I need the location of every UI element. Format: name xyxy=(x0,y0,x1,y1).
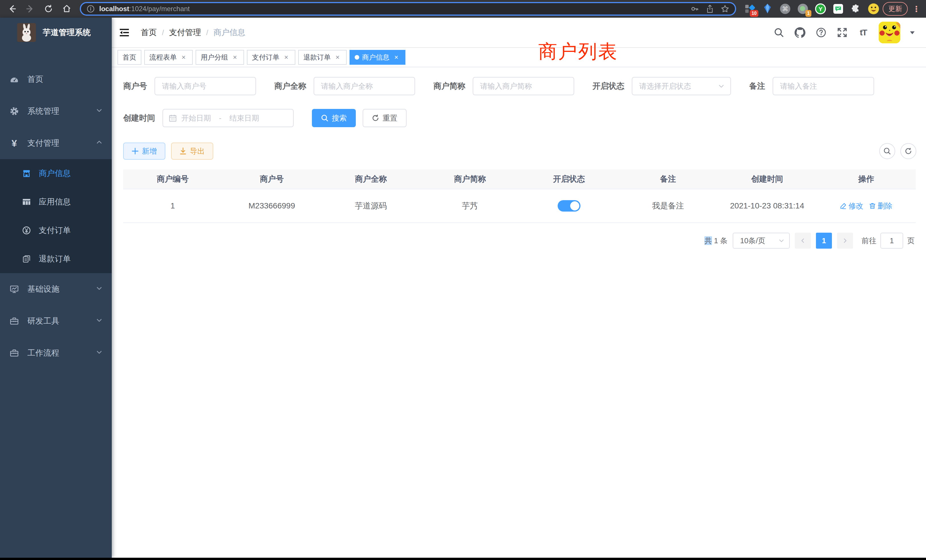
next-page-button[interactable] xyxy=(837,233,853,249)
close-icon[interactable]: × xyxy=(231,53,239,61)
page-number-1[interactable]: 1 xyxy=(816,233,832,249)
sidebar-item-workflow[interactable]: 工作流程 xyxy=(0,337,112,369)
caret-down-icon[interactable] xyxy=(906,27,918,38)
svg-text:⌘: ⌘ xyxy=(782,5,788,12)
toggle-search-button[interactable] xyxy=(879,143,895,159)
close-icon[interactable]: × xyxy=(392,53,400,61)
chevron-left-icon xyxy=(800,238,806,244)
cell-create-time: 2021-10-23 08:31:14 xyxy=(717,201,817,210)
user-avatar[interactable] xyxy=(879,22,900,43)
sidebar-item-dev-tools[interactable]: 研发工具 xyxy=(0,305,112,337)
close-icon[interactable]: × xyxy=(282,53,290,61)
sidebar-item-merchant-info[interactable]: 商户信息 xyxy=(0,159,112,188)
chevron-right-icon xyxy=(842,238,848,244)
tab-refund-order[interactable]: 退款订单× xyxy=(298,50,346,65)
sidebar-item-app-info[interactable]: 应用信息 xyxy=(0,188,112,216)
font-size-icon[interactable]: tT xyxy=(858,27,869,38)
create-time-range-picker[interactable]: 开始日期 - 结束日期 xyxy=(162,109,294,127)
cell-full-name: 芋道源码 xyxy=(321,200,421,211)
extension-tabs-icon[interactable]: 10 xyxy=(744,3,755,15)
annotation-title: 商户列表 xyxy=(538,39,618,64)
forward-icon[interactable] xyxy=(23,2,38,16)
browser-menu-icon[interactable]: ⋮ xyxy=(911,4,921,14)
sidebar-fold-icon[interactable] xyxy=(118,26,130,39)
chevron-down-icon xyxy=(96,107,103,116)
extension-status-icon[interactable]: 1 xyxy=(797,3,808,15)
sidebar-item-refund-order[interactable]: 退款订单 xyxy=(0,245,112,273)
documents-icon xyxy=(22,254,31,263)
sidebar-item-system[interactable]: 系统管理 xyxy=(0,95,112,127)
close-icon[interactable]: × xyxy=(180,53,188,61)
sidebar-item-home[interactable]: 首页 xyxy=(0,63,112,95)
goto-page-input[interactable] xyxy=(881,233,903,249)
extension-chat-icon[interactable] xyxy=(832,3,844,15)
briefcase-icon xyxy=(10,348,19,357)
merchant-name-input[interactable] xyxy=(313,77,415,95)
back-icon[interactable] xyxy=(5,2,20,16)
tab-user-group[interactable]: 用户分组× xyxy=(195,50,244,65)
bookmark-star-icon[interactable] xyxy=(721,5,729,13)
chevron-down-icon xyxy=(96,316,103,325)
merchant-no-input[interactable] xyxy=(154,77,256,95)
sidebar: 芋道管理系统 首页 系统管理 ¥ xyxy=(0,18,112,558)
profile-avatar-icon[interactable] xyxy=(868,3,879,15)
address-bar[interactable]: localhost:1024/pay/merchant xyxy=(80,2,736,16)
tab-pay-order[interactable]: 支付订单× xyxy=(247,50,295,65)
shop-icon xyxy=(22,169,31,178)
range-separator: - xyxy=(216,114,225,123)
gear-icon xyxy=(10,107,19,116)
extension-gem-icon[interactable] xyxy=(762,3,773,15)
refresh-icon xyxy=(904,147,912,155)
remark-input[interactable] xyxy=(773,77,874,95)
tab-merchant-info[interactable]: 商户信息× xyxy=(350,50,406,65)
fullscreen-icon[interactable] xyxy=(837,27,848,38)
home-icon[interactable] xyxy=(59,2,74,16)
extension-y-icon[interactable]: Y xyxy=(815,3,826,15)
page-size-select[interactable]: 10条/页 xyxy=(733,233,790,249)
table-row: 1 M233666999 芋道源码 芋艿 我是备注 2021-10-23 08:… xyxy=(123,189,916,222)
search-button[interactable]: 搜索 xyxy=(312,109,356,127)
trash-icon xyxy=(869,203,876,209)
merchant-short-input[interactable] xyxy=(473,77,574,95)
app-logo-row[interactable]: 芋道管理系统 xyxy=(0,18,112,47)
prev-page-button[interactable] xyxy=(795,233,811,249)
browser-update-button[interactable]: 更新 xyxy=(883,2,908,16)
sidebar-item-label: 支付订单 xyxy=(39,225,71,236)
search-icon xyxy=(321,114,328,122)
sidebar-item-label: 系统管理 xyxy=(27,106,59,117)
status-toggle[interactable] xyxy=(558,200,581,212)
export-button[interactable]: 导出 xyxy=(171,142,213,160)
sidebar-item-infra[interactable]: 基础设施 xyxy=(0,273,112,305)
add-button[interactable]: 新增 xyxy=(123,142,165,160)
screen: localhost:1024/pay/merchant 10 ⌘ 1 xyxy=(0,0,926,560)
refresh-table-button[interactable] xyxy=(900,143,916,159)
toolbox-icon xyxy=(10,316,19,325)
monitor-chart-icon xyxy=(10,285,19,294)
status-select[interactable]: 请选择开启状态 xyxy=(632,77,731,95)
browser-toolbar: localhost:1024/pay/merchant 10 ⌘ 1 xyxy=(0,0,926,18)
sidebar-item-label: 应用信息 xyxy=(39,197,71,207)
site-info-icon[interactable] xyxy=(87,5,95,13)
delete-link[interactable]: 删除 xyxy=(869,201,892,211)
share-icon[interactable] xyxy=(706,5,714,13)
app-title: 芋道管理系统 xyxy=(43,27,91,38)
tab-home[interactable]: 首页 xyxy=(118,50,141,65)
reload-icon[interactable] xyxy=(41,2,56,16)
help-icon[interactable] xyxy=(816,27,827,38)
breadcrumb-home[interactable]: 首页 xyxy=(141,27,157,38)
github-icon[interactable] xyxy=(794,27,806,38)
sidebar-item-pay-order[interactable]: 支付订单 xyxy=(0,216,112,245)
header-search-icon[interactable] xyxy=(773,27,785,38)
extensions-puzzle-icon[interactable] xyxy=(850,3,862,15)
close-icon[interactable]: × xyxy=(334,53,342,61)
extension-command-icon[interactable]: ⌘ xyxy=(779,3,791,15)
tab-process-form[interactable]: 流程表单× xyxy=(144,50,193,65)
breadcrumb-payment[interactable]: 支付管理 xyxy=(169,27,201,38)
tags-view-bar: 首页 流程表单× 用户分组× 支付订单× 退款订单× 商户信息× xyxy=(112,48,926,67)
page-suffix: 页 xyxy=(907,236,915,246)
edit-link[interactable]: 修改 xyxy=(840,201,863,211)
main-area: 商户列表 首页 / 支付管理 / 商户信息 xyxy=(112,18,926,558)
reset-button[interactable]: 重置 xyxy=(363,109,407,127)
password-key-icon[interactable] xyxy=(690,5,699,13)
sidebar-item-payment[interactable]: ¥ 支付管理 xyxy=(0,127,112,159)
